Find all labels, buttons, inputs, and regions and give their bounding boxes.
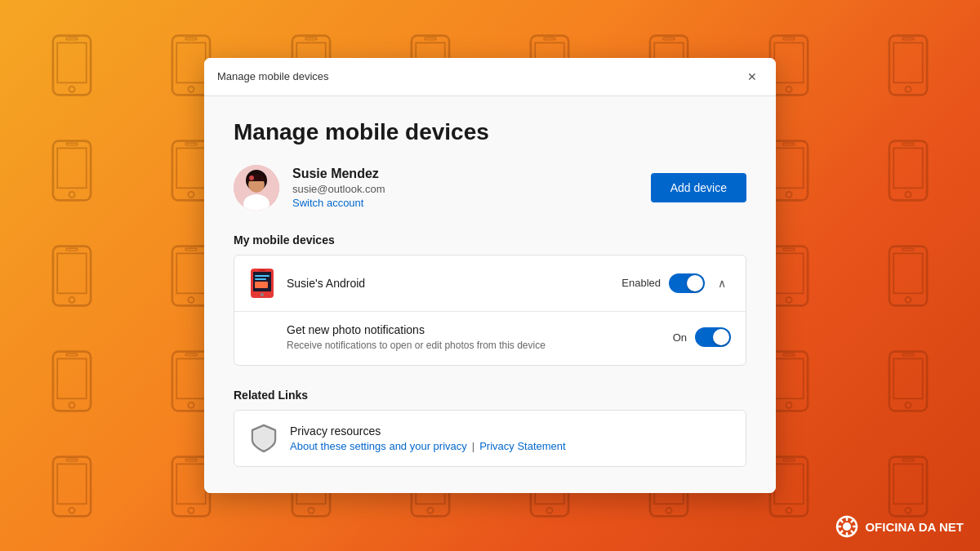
svg-rect-170 <box>255 278 266 280</box>
brand-name: OFICINA DA NET <box>865 520 964 534</box>
device-name: Susie's Android <box>287 277 621 290</box>
devices-card: Susie's Android Enabled ∧ Get new photo … <box>234 255 746 367</box>
device-toggle[interactable] <box>669 273 705 293</box>
switch-account-link[interactable]: Switch account <box>292 197 385 209</box>
device-status-area: Enabled ∧ <box>621 273 731 293</box>
notification-toggle[interactable] <box>695 327 731 347</box>
device-row: Susie's Android Enabled ∧ <box>234 256 746 312</box>
privacy-content: Privacy resources About these settings a… <box>290 424 566 452</box>
account-section: Susie Mendez susie@outlook.com Switch ac… <box>234 165 746 211</box>
account-email: susie@outlook.com <box>292 183 385 195</box>
my-devices-label: My mobile devices <box>234 233 746 247</box>
notification-description: Receive notifications to open or edit ph… <box>287 339 548 353</box>
svg-point-164 <box>249 176 254 180</box>
svg-point-173 <box>843 522 851 531</box>
notification-row: Get new photo notifications Receive noti… <box>234 312 746 366</box>
close-button[interactable]: ✕ <box>742 66 763 87</box>
notification-status-label: On <box>673 331 687 344</box>
privacy-row: Privacy resources About these settings a… <box>249 424 731 453</box>
account-name: Susie Mendez <box>292 167 385 181</box>
privacy-statement-link[interactable]: Privacy Statement <box>479 440 566 452</box>
link-separator: | <box>472 440 474 452</box>
notification-info: Get new photo notifications Receive noti… <box>287 323 673 353</box>
related-links-card: Privacy resources About these settings a… <box>234 410 746 467</box>
privacy-title: Privacy resources <box>290 424 566 438</box>
account-details: Susie Mendez susie@outlook.com Switch ac… <box>292 167 385 209</box>
notification-title: Get new photo notifications <box>287 323 673 336</box>
svg-rect-169 <box>255 275 270 277</box>
modal-titlebar: Manage mobile devices ✕ <box>204 58 776 96</box>
avatar <box>234 165 279 211</box>
svg-rect-168 <box>259 269 265 271</box>
notification-toggle-area: On <box>673 327 731 347</box>
svg-rect-171 <box>255 282 268 288</box>
gear-icon <box>835 515 858 538</box>
background: // Will be rendered in the second script… <box>0 0 980 551</box>
device-chevron-button[interactable]: ∧ <box>713 275 731 291</box>
related-links-label: Related Links <box>234 389 746 402</box>
modal-dialog: Manage mobile devices ✕ Manage mobile de… <box>204 58 776 494</box>
modal-title: Manage mobile devices <box>217 70 329 82</box>
modal-wrapper: Manage mobile devices ✕ Manage mobile de… <box>0 0 980 551</box>
svg-point-167 <box>261 293 264 296</box>
privacy-links: About these settings and your privacy | … <box>290 440 566 452</box>
account-info: Susie Mendez susie@outlook.com Switch ac… <box>234 165 385 211</box>
device-status-label: Enabled <box>621 277 661 289</box>
about-settings-link[interactable]: About these settings and your privacy <box>290 440 467 452</box>
branding: OFICINA DA NET <box>835 515 964 538</box>
add-device-button[interactable]: Add device <box>651 173 746 202</box>
modal-body: Manage mobile devices <box>204 96 776 494</box>
page-title: Manage mobile devices <box>234 119 746 145</box>
device-icon <box>249 267 275 300</box>
shield-icon <box>249 424 278 453</box>
